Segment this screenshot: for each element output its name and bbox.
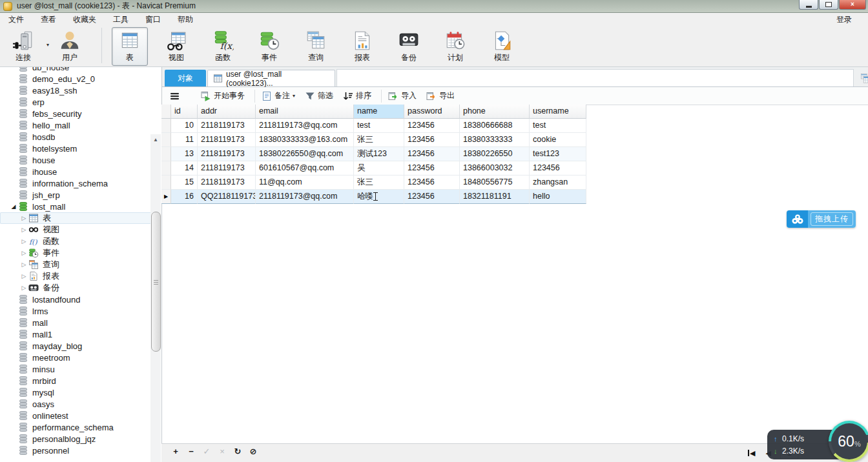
row-selector[interactable] [161, 161, 171, 176]
gridbar-note-button[interactable]: 备注▾ [262, 90, 295, 101]
tab-table-user[interactable]: user @lost_mall (cookie123)... [207, 70, 335, 86]
function-button[interactable]: 函数 [205, 27, 241, 66]
menu-item[interactable]: 收藏夹 [65, 13, 105, 26]
column-header-username[interactable]: username [530, 105, 586, 119]
menu-item[interactable]: 工具 [105, 13, 137, 26]
column-header-password[interactable]: password [404, 105, 460, 119]
grid-cell[interactable]: 18380226550@qq.com [256, 147, 354, 161]
grid-cell[interactable]: 15 [171, 176, 198, 190]
query-button[interactable]: 查询 [298, 27, 334, 66]
sidebar-item[interactable]: ◢lost_mall [0, 201, 161, 212]
grid-cell[interactable]: 2118119173 [198, 119, 256, 133]
sidebar-item[interactable]: house [0, 154, 161, 166]
expand-arrow-icon[interactable]: ▷ [19, 273, 28, 279]
row-selector[interactable] [161, 133, 171, 147]
grid-cell[interactable]: test123 [530, 147, 586, 161]
schedule-button[interactable]: 计划 [437, 27, 473, 66]
user-button[interactable]: 用户 [52, 27, 88, 66]
grid-cell[interactable]: 吴 [354, 161, 404, 176]
sidebar-item[interactable]: hosdb [0, 131, 161, 143]
sidebar-item[interactable]: easy18_ssh [0, 85, 161, 96]
gridbar-begin-button[interactable]: 开始事务 [201, 90, 245, 101]
tab-overflow-icon[interactable] [858, 73, 868, 85]
view-button[interactable]: 视图 [158, 27, 194, 66]
report-button[interactable]: 报表 [344, 27, 380, 66]
gridbar-menu-button[interactable] [170, 91, 183, 101]
grid-cell[interactable]: 123456 [404, 190, 460, 204]
grid-cell[interactable]: 18380333333@163.com [256, 133, 354, 147]
gridbar-import-button[interactable]: 导入 [388, 90, 417, 101]
row-selector-header[interactable] [161, 105, 171, 119]
grid-cell[interactable]: 18380666688 [460, 119, 530, 133]
first-record-button[interactable]: ◀ [748, 449, 755, 457]
sidebar-item[interactable]: mall [0, 317, 161, 328]
grid-cell[interactable]: 18380226550 [460, 147, 530, 161]
grid-cell[interactable]: 10 [171, 119, 198, 133]
grid-cell[interactable]: test [530, 119, 586, 133]
expand-arrow-icon[interactable]: ▷ [19, 250, 28, 256]
gridbar-filter-button[interactable]: 筛选 [305, 90, 333, 101]
sidebar-item[interactable]: hotelsystem [0, 143, 161, 154]
sidebar-item[interactable]: jsh_erp [0, 189, 161, 201]
minimize-button[interactable] [799, 0, 818, 10]
sidebar-item[interactable]: performance_schema [0, 421, 161, 433]
sidebar-item[interactable]: ▷视图 [0, 224, 161, 236]
sidebar-item[interactable]: lrms [0, 305, 161, 317]
sidebar-item[interactable]: demo_edu_v2_0 [0, 73, 161, 85]
row-selector[interactable] [161, 147, 171, 161]
grid-cell[interactable]: 2118119173 [198, 161, 256, 176]
sidebar-item[interactable]: mall1 [0, 328, 161, 340]
expand-arrow-icon[interactable]: ▷ [19, 238, 28, 245]
grid-cell[interactable]: hello [530, 190, 586, 204]
grid-cell[interactable]: 123456 [404, 147, 460, 161]
sidebar-item[interactable]: lostandfound [0, 294, 161, 305]
expand-arrow-icon[interactable]: ▷ [19, 261, 28, 268]
grid-cell[interactable]: 601610567@qq.com [256, 161, 354, 176]
menu-item[interactable]: 查看 [32, 13, 65, 26]
grid-cell[interactable]: 2118119173 [198, 133, 256, 147]
sidebar-item[interactable]: ▷查询 [0, 259, 161, 270]
grid-cell[interactable]: zhangsan [530, 176, 586, 190]
column-header-id[interactable]: id [171, 105, 198, 119]
grid-cell[interactable]: 张三 [354, 133, 404, 147]
column-header-name[interactable]: name [354, 105, 404, 119]
table-row[interactable]: 11211811917318380333333@163.com张三1234561… [161, 133, 586, 147]
performance-circle-overlay[interactable]: 60 % [829, 421, 868, 462]
grid-cell[interactable]: 123456 [530, 161, 586, 176]
sidebar-item[interactable]: information_schema [0, 177, 161, 189]
sidebar-item[interactable]: ▷报表 [0, 270, 161, 282]
sidebar-item[interactable]: febs_security [0, 108, 161, 119]
tab-objects[interactable]: 对象 [165, 70, 206, 86]
expand-arrow-icon[interactable]: ▷ [19, 215, 28, 221]
column-header-addr[interactable]: addr [198, 105, 256, 119]
table-row[interactable]: 1021181191732118119173@qq.comtest1234561… [161, 119, 586, 133]
grid-cell[interactable]: 13866003032 [460, 161, 530, 176]
sidebar-item[interactable]: hello_mall [0, 119, 161, 131]
sidebar-item[interactable]: personalblog_jqz [0, 433, 161, 445]
grid-cell[interactable]: 13 [171, 147, 198, 161]
sidebar-item[interactable]: mrbird [0, 375, 161, 387]
sidebar-item[interactable]: ▷函数 [0, 236, 161, 247]
grid-cell[interactable]: 张三 [354, 176, 404, 190]
grid-cell[interactable]: cookie [530, 133, 586, 147]
delete-record-button[interactable]: − [183, 447, 199, 456]
dropdown-arrow-icon[interactable]: ▾ [46, 42, 49, 48]
grid-cell[interactable]: QQ2118119173 [198, 190, 256, 204]
menu-item[interactable]: 文件 [0, 13, 32, 26]
scrollbar-thumb[interactable] [151, 212, 161, 352]
restore-button[interactable] [819, 0, 838, 10]
grid-cell[interactable]: 2118119173@qq.com [256, 119, 354, 133]
grid-cell[interactable]: 哈喽 [354, 190, 404, 204]
grid-cell[interactable]: 18321181191 [460, 190, 530, 204]
drag-upload-widget[interactable]: 拖拽上传 [787, 210, 856, 228]
sidebar-item[interactable]: ▷备份 [0, 282, 161, 294]
row-selector[interactable]: ▶ [161, 190, 171, 204]
stop-button[interactable]: ⊘ [245, 447, 261, 456]
table-button[interactable]: 表 [112, 27, 148, 66]
collapse-arrow-icon[interactable]: ◢ [9, 203, 18, 210]
menu-item[interactable]: 窗口 [137, 13, 169, 26]
dropdown-arrow-icon[interactable]: ▾ [293, 93, 295, 99]
sidebar-item[interactable]: ▷表 [0, 212, 160, 224]
grid-cell[interactable]: 123456 [404, 133, 460, 147]
table-row[interactable]: 142118119173601610567@qq.com吴12345613866… [161, 161, 586, 176]
